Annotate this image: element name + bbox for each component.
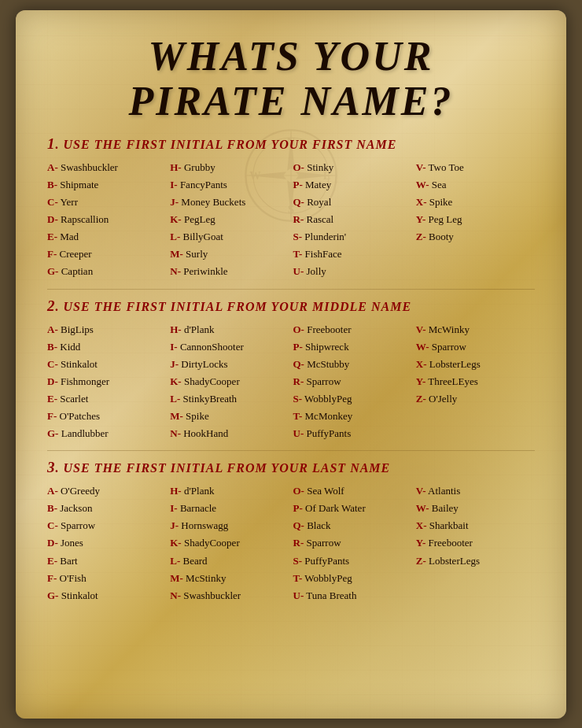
section-3-grid: A- O'Greedy B- Jackson C- Sparrow D- Jon… <box>47 482 535 604</box>
section-1-col-3: O- Stinky P- Matey Q- Royal R- Rascal S-… <box>293 159 412 281</box>
section-1-title: 1. Use the first initial from your First… <box>47 135 535 153</box>
section-1-col-1: A- Swashbuckler B- Shipmate C- Yerr D- R… <box>47 159 166 281</box>
section-2-title: 2. Use the first initial from your Middl… <box>47 297 535 315</box>
section-3-col-1: A- O'Greedy B- Jackson C- Sparrow D- Jon… <box>47 482 166 604</box>
section-3-title: 3. Use the first initial from your Last … <box>47 459 535 476</box>
section-1-grid: A- Swashbuckler B- Shipmate C- Yerr D- R… <box>47 159 535 281</box>
section-2-grid: A- BigLips B- Kidd C- Stinkalot D- Fishm… <box>47 321 535 443</box>
section-2-col-1: A- BigLips B- Kidd C- Stinkalot D- Fishm… <box>47 321 166 443</box>
section-1-col-2: H- Grubby I- FancyPants J- Money Buckets… <box>170 159 289 281</box>
section-1-col-4: V- Two Toe W- Sea X- Spike Y- Peg Leg Z-… <box>416 159 535 281</box>
section-3-col-2: H- d'Plank I- Barnacle J- Hornswagg K- S… <box>170 482 289 604</box>
section-2-col-3: O- Freebooter P- Shipwreck Q- McStubby R… <box>293 321 412 443</box>
title-line2: Pirate Name? <box>128 79 453 124</box>
section-3-col-4: V- Atlantis W- Bailey X- Sharkbait Y- Fr… <box>416 482 535 604</box>
section-2-col-2: H- d'Plank I- CannonShooter J- DirtyLock… <box>170 321 289 443</box>
scroll-container: N S E W Whats Your Pirate Name? 1. Use t… <box>16 10 566 719</box>
main-title: Whats Your Pirate Name? <box>47 34 535 124</box>
section-3-col-3: O- Sea Wolf P- Of Dark Water Q- Black R-… <box>293 482 412 604</box>
title-line1: Whats Your <box>149 34 434 79</box>
section-2-col-4: V- McWinky W- Sparrow X- LobsterLegs Y- … <box>416 321 535 443</box>
